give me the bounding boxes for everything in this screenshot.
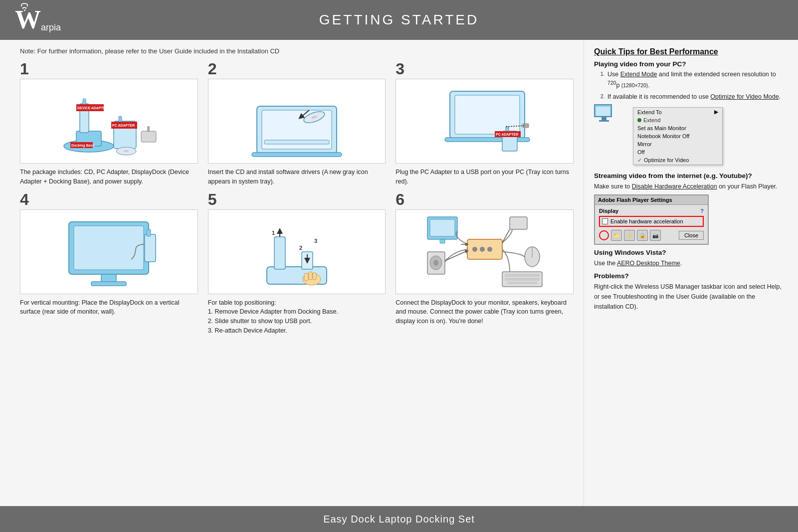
flash-icon-group: 📁 ⚡ 🔒 📷 [611, 230, 661, 241]
section2-text: Make sure to Disable Hardware Accelerati… [594, 181, 786, 191]
svg-point-9 [124, 150, 129, 152]
step-2-number: 2 [208, 61, 386, 77]
disable-hw-accel-link: Disable Hardware Acceleration [632, 183, 717, 190]
svg-rect-52 [440, 239, 445, 243]
flash-checkbox-row: Enable hardware acceleration [599, 216, 704, 227]
flash-checkbox-label: Enable hardware acceleration [610, 218, 683, 224]
step-3: 3 [396, 61, 574, 186]
step-6-text: Connect the DisplayDock to your monitor,… [396, 298, 574, 326]
left-area: Note: For further information, please re… [0, 40, 584, 506]
section3-heading: Using Windows Vista? [594, 249, 786, 256]
svg-rect-44 [313, 273, 316, 280]
svg-rect-59 [507, 282, 537, 284]
step-2: 2 [208, 61, 386, 186]
flash-circle-icon [599, 230, 609, 240]
tips-title: Quick Tips for Best Performance [594, 47, 786, 56]
footer: Easy Dock Laptop Docking Set [0, 506, 798, 532]
logo: W arpia [15, 7, 61, 33]
logo-w: W [15, 5, 41, 34]
svg-rect-62 [510, 217, 527, 229]
tips-list-item: Use Extend Mode and limit the extended s… [601, 70, 786, 90]
flash-title: Adobe Flash Player Settings [598, 197, 672, 203]
step-4-image [20, 209, 198, 294]
svg-text:3: 3 [314, 238, 317, 244]
svg-rect-51 [430, 219, 455, 236]
menu-item-off: Off [633, 148, 722, 156]
page-title: GETTING STARTED [319, 12, 479, 28]
step-1: 1 [20, 61, 198, 186]
flash-display-label: Display ? [599, 208, 704, 214]
svg-rect-57 [505, 274, 540, 277]
menu-item-extend: Extend [633, 116, 722, 124]
svg-point-48 [480, 247, 485, 252]
step-2-image [208, 79, 386, 164]
menu-item-extend-to: Extend To▶ [633, 108, 722, 116]
note-text: Note: For further information, please re… [20, 47, 574, 55]
step-2-text: Insert the CD and install software drive… [208, 168, 386, 186]
svg-point-55 [433, 260, 438, 266]
step-1-text: The package includes: CD, PC Adapter, Di… [20, 168, 198, 186]
section3-text: Use the AERO Desktop Theme. [594, 258, 786, 268]
step-5-number: 5 [208, 191, 386, 207]
svg-rect-31 [74, 226, 144, 270]
svg-rect-43 [309, 272, 312, 280]
svg-text:PC ADAPTER: PC ADAPTER [112, 124, 135, 127]
section1-heading: Playing video from your PC? [594, 60, 786, 68]
flash-icon-3[interactable]: 🔒 [637, 230, 648, 241]
svg-text:Docking Base: Docking Base [71, 144, 94, 148]
svg-rect-6 [141, 131, 156, 142]
menu-item-main-monitor: Set as Main Monitor [633, 124, 722, 132]
step-4-text: For vertical mounting: Place the Display… [20, 298, 198, 317]
step-5-image: 1 2 [208, 209, 386, 294]
flash-icon-2[interactable]: ⚡ [624, 230, 635, 241]
menu-item-mirror: Mirror [633, 140, 722, 148]
step-3-number: 3 [396, 61, 574, 77]
svg-rect-35 [147, 229, 151, 236]
step-3-image: PC ADAPTER [396, 79, 574, 164]
flash-help-icon[interactable]: ? [700, 208, 704, 214]
step-5-text: For table top positioning:1. Remove Devi… [208, 298, 386, 336]
tips-list-1: Use Extend Mode and limit the extended s… [601, 70, 786, 101]
aero-theme-link: AERO Desktop Theme [617, 260, 680, 267]
svg-point-47 [472, 247, 477, 252]
step-4-number: 4 [20, 191, 198, 207]
optimize-video-link: Optimize for Video Mode [710, 93, 779, 100]
svg-text:DEVICE ADAPTER: DEVICE ADAPTER [77, 106, 108, 110]
step-6-image [396, 209, 574, 294]
step-1-image: DEVICE ADAPTER PC ADAPTER Docking Base [20, 79, 198, 164]
svg-text:1: 1 [272, 230, 275, 236]
flash-icon-1[interactable]: 📁 [611, 230, 622, 241]
right-sidebar: Quick Tips for Best Performance Playing … [584, 40, 798, 506]
flash-icon-4[interactable]: 📷 [650, 230, 661, 241]
svg-rect-34 [145, 234, 156, 262]
extend-mode-link: Extend Mode [620, 71, 657, 78]
svg-point-49 [487, 247, 492, 252]
step-4: 4 For ver [20, 191, 198, 336]
logo-suffix: arpia [41, 22, 61, 33]
svg-rect-19 [252, 153, 342, 157]
tips-list-item: If available it is recommended to use Op… [601, 92, 786, 102]
footer-text: Easy Dock Laptop Docking Set [323, 514, 475, 525]
flash-player-box: Adobe Flash Player Settings Display ? En… [594, 194, 709, 245]
monitor-icon [594, 104, 614, 122]
svg-rect-18 [264, 140, 329, 144]
section2-heading: Streaming video from the internet (e.g. … [594, 172, 786, 179]
step-6: 6 [396, 191, 574, 336]
menu-item-notebook-off: Notebook Monitor Off [633, 132, 722, 140]
flash-display-text: Display [599, 208, 618, 214]
svg-rect-37 [274, 237, 285, 269]
step-6-number: 6 [396, 191, 574, 207]
svg-rect-23 [455, 95, 520, 134]
svg-rect-33 [91, 282, 126, 286]
menu-item-optimize: ✓Optimize for Video [633, 156, 722, 165]
svg-rect-58 [505, 278, 540, 281]
header: W arpia GETTING STARTED [0, 0, 798, 40]
svg-text:PC ADAPTER: PC ADAPTER [496, 133, 518, 136]
flash-close-button[interactable]: Close [679, 231, 704, 240]
svg-text:2: 2 [299, 245, 302, 251]
flash-checkbox[interactable] [602, 218, 608, 224]
flash-body: Display ? Enable hardware acceleration 📁… [595, 205, 708, 244]
section4-text: Right-click the Wireless USB Manager tas… [594, 282, 786, 312]
step-1-number: 1 [20, 61, 198, 77]
main-content: Note: For further information, please re… [0, 40, 798, 506]
